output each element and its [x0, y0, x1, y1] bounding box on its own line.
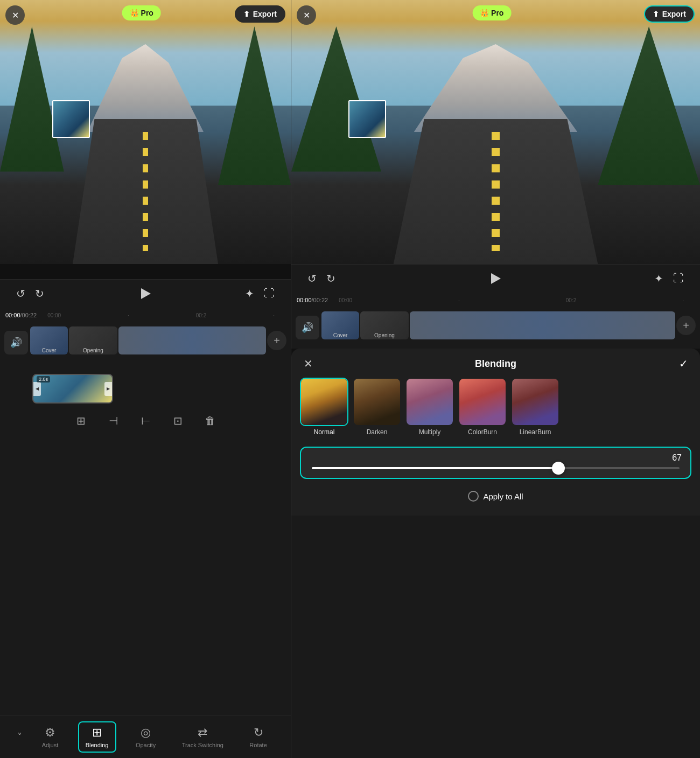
opening-clip-right[interactable]: Opening [360, 311, 409, 339]
controls-bar-right: ↺ ↻ ✦ ⛶ [291, 264, 700, 292]
duration-badge: 2.0s [37, 376, 50, 383]
apply-to-all-button[interactable]: Apply to All [300, 485, 691, 507]
export-icon-right: ⬆ [653, 10, 659, 18]
opacity-tool[interactable]: ◎ Opacity [129, 722, 162, 752]
opacity-label: Opacity [136, 742, 156, 748]
down-chevron-left[interactable]: ˅ [17, 731, 22, 743]
rotate-label: Rotate [249, 742, 267, 748]
timeline-mark-dot-1: · [128, 312, 129, 318]
cover-label-right: Cover [333, 332, 348, 338]
blend-mode-linearburn[interactable]: LinearBurn [511, 378, 559, 436]
blend-linearburn-label: LinearBurn [520, 428, 551, 436]
close-button-right[interactable]: ✕ [297, 5, 316, 25]
opacity-slider-track[interactable] [312, 467, 680, 469]
close-icon-right: ✕ [303, 10, 310, 20]
bottom-toolbar-left: ˅ ⚙ Adjust ⊞ Blending ◎ Opacity ⇄ Track … [0, 715, 291, 758]
cover-clip-right[interactable]: Cover [321, 311, 359, 339]
redo-button-right[interactable]: ↻ [326, 272, 335, 285]
timeline-mark-0: 00:00 [47, 312, 61, 318]
blending-title: Blending [316, 358, 675, 370]
rt-mark-2: 00:2 [566, 297, 576, 303]
pro-label-right: 👑 Pro [480, 9, 503, 17]
play-icon-right [491, 273, 501, 284]
split-left-tool-button[interactable]: ⊣ [102, 410, 124, 432]
fullscreen-button-left[interactable]: ⛶ [264, 287, 275, 300]
audio-icon-left: 🔊 [10, 337, 22, 349]
copy-tool-button[interactable]: ⊞ [70, 410, 92, 432]
rt-mark-0: 00:00 [339, 297, 352, 303]
add-clip-icon-right: + [683, 319, 689, 332]
sparkle-button-right[interactable]: ✦ [654, 272, 663, 285]
pro-button-left[interactable]: 👑 Pro [122, 5, 161, 20]
slider-thumb[interactable] [552, 462, 565, 475]
blend-mode-thumb-normal [300, 378, 348, 426]
adjust-label: Adjust [42, 742, 59, 748]
timeline-bar-left: 00:00/00:22 00:00 · 00:2 · [0, 307, 291, 323]
redo-button-left[interactable]: ↻ [35, 287, 44, 300]
timeline-markers-right: 00:00 · 00:2 · [339, 297, 684, 303]
export-label-left: Export [253, 10, 277, 18]
export-button-right[interactable]: ⬆ Export [644, 5, 695, 23]
audio-button-left[interactable]: 🔊 [4, 331, 28, 354]
track-switching-icon: ⇄ [198, 726, 207, 740]
adjust-tool[interactable]: ⚙ Adjust [36, 722, 65, 752]
edit-tools-bar: ⊞ ⊣ ⊢ ⊡ 🗑 [0, 406, 291, 436]
split-both-tool-button[interactable]: ⊡ [167, 410, 188, 432]
blending-header: ✕ Blending ✓ [300, 357, 691, 370]
sub-clip-handle-left[interactable]: ◀ [33, 382, 41, 396]
timeline-markers-left: 00:00 · 00:2 · [47, 312, 275, 318]
blending-close-button[interactable]: ✕ [300, 357, 316, 370]
audio-button-right[interactable]: 🔊 [296, 316, 319, 339]
track-switching-label: Track Switching [182, 742, 223, 748]
add-clip-button-right[interactable]: + [676, 316, 696, 335]
blend-mode-colorburn[interactable]: ColorBurn [458, 378, 507, 436]
sub-clip[interactable]: ◀ 2.0s ▶ [32, 374, 113, 404]
opening-clip[interactable]: Opening [69, 326, 117, 354]
blending-label: Blending [86, 742, 109, 748]
blend-darken-label: Darken [367, 428, 388, 436]
blending-tool[interactable]: ⊞ Blending [78, 721, 116, 753]
adjust-icon: ⚙ [45, 726, 55, 740]
sub-clip-handle-right[interactable]: ▶ [104, 382, 112, 396]
play-button-left[interactable] [135, 284, 155, 303]
timeline-bar-right: 00:00/00:22 00:00 · 00:2 · [291, 292, 700, 308]
close-icon-left: ✕ [12, 10, 19, 20]
controls-bar-left: ↺ ↻ ✦ ⛶ [0, 279, 291, 307]
track-switching-tool[interactable]: ⇄ Track Switching [176, 722, 230, 752]
blend-normal-label: Normal [314, 428, 335, 436]
split-right-tool-button[interactable]: ⊢ [135, 410, 156, 432]
fullscreen-button-right[interactable]: ⛶ [673, 272, 684, 284]
export-label-right: Export [662, 10, 686, 18]
undo-button-left[interactable]: ↺ [16, 287, 25, 300]
undo-button-right[interactable]: ↺ [307, 272, 317, 285]
apply-circle-icon [468, 491, 479, 502]
rt-mark-dot: · [458, 297, 460, 303]
track-area-right: 🔊 Cover Opening + [291, 308, 700, 349]
blend-mode-thumb-colorburn [458, 378, 507, 426]
close-button-left[interactable]: ✕ [5, 5, 25, 25]
timeline-mark-dot-2: · [273, 312, 275, 318]
pro-button-right[interactable]: 👑 Pro [472, 5, 511, 20]
cover-clip[interactable]: Cover [30, 326, 68, 354]
export-button-left[interactable]: ⬆ Export [235, 5, 285, 23]
opacity-icon: ◎ [141, 726, 151, 740]
main-clip-right[interactable] [410, 311, 675, 339]
sparkle-button-left[interactable]: ✦ [245, 287, 254, 300]
add-clip-button-left[interactable]: + [267, 331, 286, 350]
cover-label: Cover [42, 347, 57, 353]
opening-label-right: Opening [374, 332, 395, 338]
blend-mode-multiply[interactable]: Multiply [405, 378, 454, 436]
blend-mode-darken[interactable]: Darken [353, 378, 401, 436]
time-label-left: 00:00/00:22 [5, 312, 37, 318]
blend-mode-normal[interactable]: Normal [300, 378, 348, 436]
play-icon-left [141, 288, 151, 299]
delete-tool-button[interactable]: 🗑 [199, 410, 221, 432]
blending-confirm-button[interactable]: ✓ [675, 357, 691, 370]
main-clip[interactable] [118, 326, 266, 354]
play-button-right[interactable] [485, 269, 505, 288]
track-clips-left: Cover Opening + [30, 326, 286, 354]
rotate-tool[interactable]: ↻ Rotate [243, 722, 273, 752]
track-clips-right: Cover Opening + [321, 311, 696, 339]
opening-label: Opening [83, 347, 103, 353]
apply-all-label: Apply to All [483, 492, 523, 501]
